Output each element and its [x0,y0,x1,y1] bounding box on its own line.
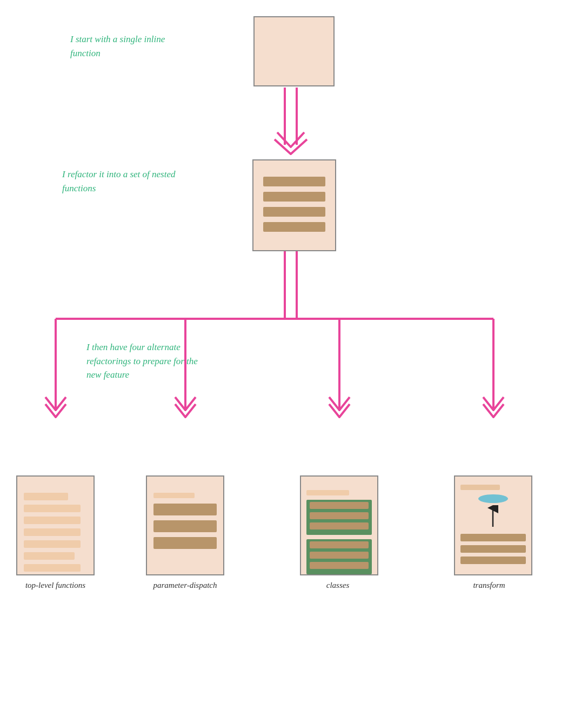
caption-classes: classes [286,581,389,590]
nested-line-4 [263,222,325,232]
diagram: I start with a single inline function I … [0,0,588,724]
b2-lines [153,493,217,554]
box-transform [454,475,532,575]
caption-parameter-dispatch: parameter-dispatch [138,581,232,590]
nested-line-2 [263,192,325,202]
b4-line-3 [460,557,526,564]
b4-lower [460,534,526,564]
box-nested-functions [252,159,336,251]
b4-line-2 [460,545,526,553]
b1-lines [24,493,87,576]
box-classes [300,475,378,575]
b4-line-1 [460,534,526,541]
b4-ellipse-container [460,494,526,503]
label-nested: I refactor it into a set of nested funct… [62,167,186,195]
label-four: I then have four alternate refactorings … [86,340,211,382]
green-block-2 [306,539,372,574]
b3-inner [306,490,372,579]
green-block-1 [306,500,372,535]
caption-transform: transform [443,581,535,590]
box-top-level-functions [16,475,95,575]
nested-line-1 [263,177,325,186]
caption-top-level: top-level functions [16,581,95,590]
b4-ellipse [478,494,508,503]
box-parameter-dispatch [146,475,224,575]
b4-inner [460,485,526,568]
nested-lines [263,177,325,237]
nested-line-3 [263,207,325,217]
b4-arrow-svg [460,505,525,529]
box-inline-function [253,16,335,86]
label-start: I start with a single inline function [70,32,178,60]
b4-top-bar [460,485,500,490]
